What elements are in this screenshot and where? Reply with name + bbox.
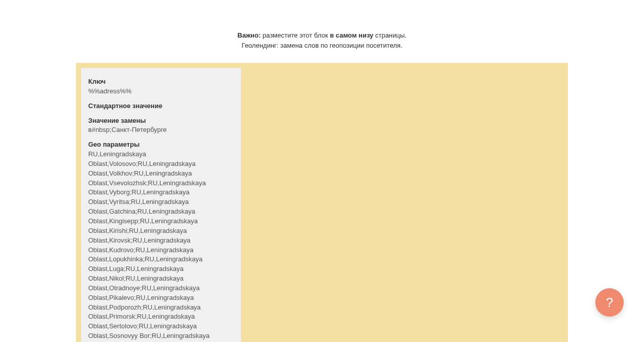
key-label: Ключ [88,77,234,87]
header-suffix: страницы. [373,31,406,39]
geo-params-label: Geo параметры [88,140,234,150]
header-line-1: Важно: разместите этот блок в самом низу… [0,30,644,41]
replace-value-section: Значение замены в#nbsp;Санкт-Петербурге [88,116,234,135]
geo-params-value: RU,Leningradskaya Oblast,Volosovo;RU,Len… [88,150,221,342]
header-mid: разместите этот блок [261,31,330,39]
key-value: %%adress%% [88,87,131,95]
header-prefix-important: Важно: [237,31,261,39]
header-line-2: Геолендинг: замена слов по геопозиции по… [0,41,644,51]
geo-params-section: Geo параметры RU,Leningradskaya Oblast,V… [88,140,234,342]
header-bold-position: в самом низу [330,31,373,39]
key-section: Ключ %%adress%% [88,77,234,96]
default-value-label: Стандартное значение [88,101,234,111]
replace-value-value: в#nbsp;Санкт-Петербурге [88,126,167,133]
replace-value-label: Значение замены [88,116,234,126]
help-button[interactable]: ? [595,288,624,317]
geo-block-container[interactable]: Ключ %%adress%% Стандартное значение Зна… [76,63,568,342]
geo-settings-panel[interactable]: Ключ %%adress%% Стандартное значение Зна… [81,68,241,342]
default-value-section: Стандартное значение [88,101,234,111]
header-info-text: Важно: разместите этот блок в самом низу… [0,30,644,50]
help-icon: ? [606,295,613,311]
page-wrapper: Важно: разместите этот блок в самом низу… [0,0,644,342]
